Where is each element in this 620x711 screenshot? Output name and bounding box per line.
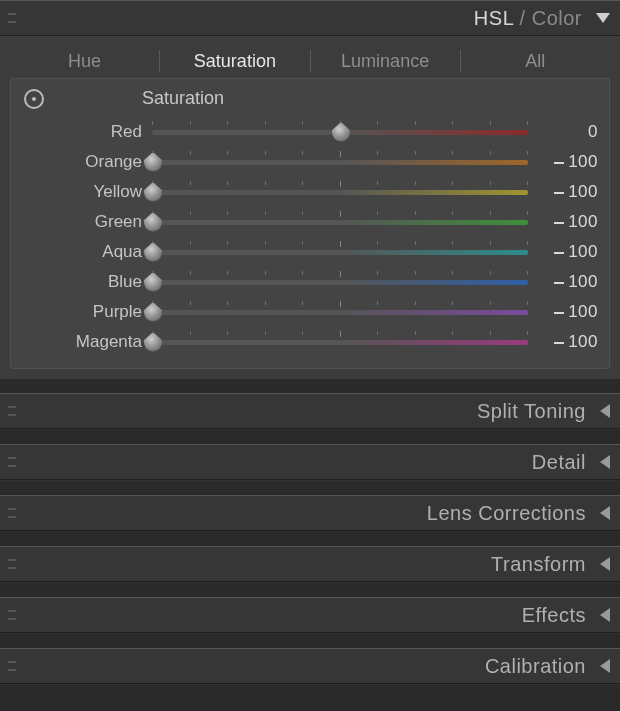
hsl-panel-body: HueSaturationLuminanceAll Saturation Red… bbox=[0, 36, 620, 379]
negative-sign bbox=[554, 342, 564, 344]
panel-header-split-toning[interactable]: Split Toning bbox=[0, 393, 620, 429]
slider-value[interactable]: 100 bbox=[528, 152, 598, 172]
slider-label: Magenta bbox=[22, 332, 152, 352]
slider-orange[interactable] bbox=[152, 155, 528, 169]
slider-purple[interactable] bbox=[152, 305, 528, 319]
panel-header-effects[interactable]: Effects bbox=[0, 597, 620, 633]
slider-ticks bbox=[152, 271, 528, 277]
chevron-left-icon[interactable] bbox=[600, 608, 610, 622]
slider-label: Orange bbox=[22, 152, 152, 172]
section-title: Saturation bbox=[142, 88, 224, 109]
tab-luminance[interactable]: Luminance bbox=[311, 51, 460, 72]
panel-header-detail[interactable]: Detail bbox=[0, 444, 620, 480]
slider-aqua[interactable] bbox=[152, 245, 528, 259]
slider-value[interactable]: 100 bbox=[528, 332, 598, 352]
chevron-left-icon[interactable] bbox=[600, 557, 610, 571]
panel-title: Split Toning bbox=[477, 400, 586, 423]
tab-all[interactable]: All bbox=[461, 51, 610, 72]
panel-header-lens-corrections[interactable]: Lens Corrections bbox=[0, 495, 620, 531]
slider-ticks bbox=[152, 331, 528, 337]
slider-ticks bbox=[152, 151, 528, 157]
slider-row-red: Red0 bbox=[22, 117, 598, 147]
negative-sign bbox=[554, 282, 564, 284]
slider-row-magenta: Magenta100 bbox=[22, 327, 598, 357]
negative-sign bbox=[554, 252, 564, 254]
slider-label: Yellow bbox=[22, 182, 152, 202]
slider-row-green: Green100 bbox=[22, 207, 598, 237]
saturation-sliders: Saturation Red0Orange100Yellow100Green10… bbox=[10, 78, 610, 369]
tab-hue[interactable]: Hue bbox=[10, 51, 159, 72]
panel-title: Effects bbox=[522, 604, 586, 627]
slider-row-aqua: Aqua100 bbox=[22, 237, 598, 267]
slider-row-purple: Purple100 bbox=[22, 297, 598, 327]
drag-handle-icon[interactable] bbox=[8, 559, 16, 569]
drag-handle-icon[interactable] bbox=[8, 610, 16, 620]
slider-value[interactable]: 100 bbox=[528, 272, 598, 292]
chevron-down-icon[interactable] bbox=[596, 13, 610, 23]
slider-row-blue: Blue100 bbox=[22, 267, 598, 297]
hsl-tabs: HueSaturationLuminanceAll bbox=[10, 44, 610, 78]
slider-row-yellow: Yellow100 bbox=[22, 177, 598, 207]
slider-blue[interactable] bbox=[152, 275, 528, 289]
slider-yellow[interactable] bbox=[152, 185, 528, 199]
panel-header-calibration[interactable]: Calibration bbox=[0, 648, 620, 684]
chevron-left-icon[interactable] bbox=[600, 506, 610, 520]
drag-handle-icon[interactable] bbox=[8, 661, 16, 671]
panel-header-transform[interactable]: Transform bbox=[0, 546, 620, 582]
slider-red[interactable] bbox=[152, 125, 528, 139]
slider-row-orange: Orange100 bbox=[22, 147, 598, 177]
drag-handle-icon[interactable] bbox=[8, 508, 16, 518]
slider-ticks bbox=[152, 241, 528, 247]
panel-title: Calibration bbox=[485, 655, 586, 678]
chevron-left-icon[interactable] bbox=[600, 404, 610, 418]
slider-label: Purple bbox=[22, 302, 152, 322]
slider-label: Aqua bbox=[22, 242, 152, 262]
targeted-adjustment-icon[interactable] bbox=[24, 89, 44, 109]
slider-ticks bbox=[152, 301, 528, 307]
panel-header-hsl-color[interactable]: HSL / Color bbox=[0, 0, 620, 36]
slider-label: Red bbox=[22, 122, 152, 142]
drag-handle-icon[interactable] bbox=[8, 13, 16, 23]
panel-title-hsl-color: HSL / Color bbox=[474, 7, 582, 30]
negative-sign bbox=[554, 222, 564, 224]
slider-value[interactable]: 0 bbox=[528, 122, 598, 142]
drag-handle-icon[interactable] bbox=[8, 406, 16, 416]
slider-magenta[interactable] bbox=[152, 335, 528, 349]
negative-sign bbox=[554, 312, 564, 314]
chevron-left-icon[interactable] bbox=[600, 659, 610, 673]
slider-label: Green bbox=[22, 212, 152, 232]
panel-title: Lens Corrections bbox=[427, 502, 586, 525]
panel-title: Detail bbox=[532, 451, 586, 474]
drag-handle-icon[interactable] bbox=[8, 457, 16, 467]
panel-title: Transform bbox=[491, 553, 586, 576]
tab-saturation[interactable]: Saturation bbox=[160, 51, 309, 72]
slider-value[interactable]: 100 bbox=[528, 302, 598, 322]
slider-label: Blue bbox=[22, 272, 152, 292]
negative-sign bbox=[554, 192, 564, 194]
slider-value[interactable]: 100 bbox=[528, 182, 598, 202]
slider-ticks bbox=[152, 211, 528, 217]
chevron-left-icon[interactable] bbox=[600, 455, 610, 469]
slider-green[interactable] bbox=[152, 215, 528, 229]
negative-sign bbox=[554, 162, 564, 164]
slider-ticks bbox=[152, 181, 528, 187]
slider-value[interactable]: 100 bbox=[528, 212, 598, 232]
slider-value[interactable]: 100 bbox=[528, 242, 598, 262]
